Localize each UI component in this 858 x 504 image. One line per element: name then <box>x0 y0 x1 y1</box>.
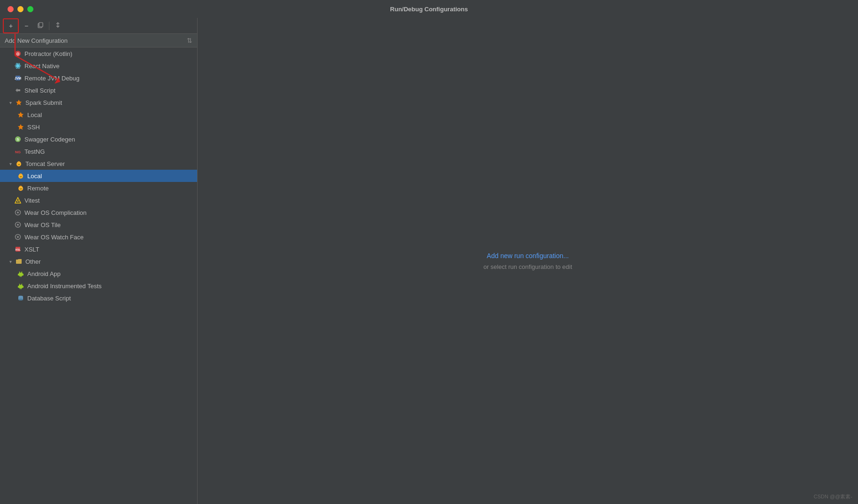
item-label-db-script: Database Script <box>27 295 71 302</box>
item-icon-vitest: V <box>14 197 22 204</box>
item-label-testng: TestNG <box>24 148 45 155</box>
item-icon-tomcat-remote: 🐱 <box>17 184 24 192</box>
close-button[interactable] <box>8 6 14 12</box>
item-label-protractor: Protractor (Kotlin) <box>24 50 72 57</box>
section-sort-icon: ⇅ <box>187 37 192 44</box>
tree-area[interactable]: ⚙Protractor (Kotlin)React NativeJVMRemot… <box>0 47 197 504</box>
section-header-label: Add New Configuration <box>5 37 68 44</box>
maximize-button[interactable] <box>27 6 33 12</box>
toolbar: + − <box>0 18 197 34</box>
expand-icon-spark-submit: ▾ <box>7 99 14 106</box>
item-icon-spark-ssh <box>17 123 24 131</box>
svg-text:XSL: XSL <box>15 248 21 251</box>
add-run-config-hint[interactable]: Add new run configuration... <box>487 252 569 260</box>
item-icon-other <box>15 258 23 265</box>
tree-item-android-app[interactable]: Android App <box>0 268 197 280</box>
item-label-shell-script: Shell Script <box>24 87 56 94</box>
tree-item-tomcat-local[interactable]: 🐱Local <box>0 170 197 182</box>
svg-rect-1 <box>39 23 43 27</box>
svg-text:S: S <box>16 137 19 142</box>
item-label-tomcat: Tomcat Server <box>25 160 65 167</box>
title-bar: Run/Debug Configurations <box>0 0 858 18</box>
copy-button[interactable] <box>34 20 47 32</box>
svg-rect-47 <box>19 285 23 288</box>
tree-item-remote-jvm[interactable]: JVMRemote JVM Debug <box>0 72 197 84</box>
tree-item-xslt[interactable]: XSLXSLT <box>0 243 197 255</box>
sort-button[interactable] <box>51 20 64 32</box>
select-config-hint: or select run configuration to edit <box>484 263 572 270</box>
item-label-spark-local: Local <box>27 111 42 118</box>
tree-item-tomcat[interactable]: ▾🐱Tomcat Server <box>0 158 197 170</box>
item-label-tomcat-local: Local <box>27 173 42 180</box>
item-label-tomcat-remote: Remote <box>27 185 49 192</box>
tree-item-tomcat-remote[interactable]: 🐱Remote <box>0 182 197 194</box>
item-label-react-native: React Native <box>24 63 59 70</box>
main-container: + − <box>0 18 858 504</box>
svg-rect-52 <box>18 286 19 288</box>
item-label-other: Other <box>25 258 41 265</box>
svg-point-33 <box>17 224 19 226</box>
add-configuration-button[interactable]: + <box>4 20 17 32</box>
svg-point-5 <box>17 65 19 67</box>
item-label-spark-submit: Spark Submit <box>25 99 62 106</box>
tree-item-protractor[interactable]: ⚙Protractor (Kotlin) <box>0 47 197 60</box>
tree-item-swagger[interactable]: SSwagger Codegen <box>0 133 197 145</box>
item-label-android-app: Android App <box>27 270 61 277</box>
tree-item-wear-tile[interactable]: Wear OS Tile <box>0 219 197 231</box>
item-icon-tomcat: 🐱 <box>15 160 23 167</box>
svg-point-58 <box>18 299 23 300</box>
svg-marker-11 <box>16 88 20 92</box>
remove-button[interactable]: − <box>20 20 33 32</box>
svg-text:NG: NG <box>15 150 21 154</box>
tree-item-other[interactable]: ▾Other <box>0 255 197 268</box>
minus-icon: − <box>24 22 28 30</box>
item-label-android-tests: Android Instrumented Tests <box>27 283 102 290</box>
plus-icon: + <box>9 22 13 30</box>
svg-marker-12 <box>16 100 22 105</box>
tree-item-wear-complication[interactable]: Wear OS Complication <box>0 206 197 219</box>
svg-rect-46 <box>21 276 22 277</box>
tree-item-spark-ssh[interactable]: SSH <box>0 121 197 133</box>
tree-item-db-script[interactable]: Database Script <box>0 292 197 304</box>
expand-icon-tomcat: ▾ <box>7 160 14 167</box>
svg-rect-53 <box>23 286 24 288</box>
tree-item-vitest[interactable]: VVitest <box>0 194 197 206</box>
item-label-vitest: Vitest <box>24 197 40 204</box>
tree-item-shell-script[interactable]: Shell Script <box>0 84 197 96</box>
svg-rect-54 <box>20 288 21 289</box>
svg-rect-44 <box>23 274 24 276</box>
item-label-remote-jvm: Remote JVM Debug <box>24 75 79 82</box>
item-label-swagger: Swagger Codegen <box>24 136 75 143</box>
window-title: Run/Debug Configurations <box>390 6 468 13</box>
tree-item-spark-local[interactable]: Local <box>0 109 197 121</box>
tree-item-testng[interactable]: NGTestNG <box>0 145 197 158</box>
item-icon-remote-jvm: JVM <box>14 74 22 82</box>
svg-rect-55 <box>21 288 22 289</box>
item-icon-swagger: S <box>14 135 22 143</box>
item-label-wear-complication: Wear OS Complication <box>24 209 87 216</box>
item-icon-spark-submit <box>15 99 23 106</box>
svg-text:🐱: 🐱 <box>19 174 23 178</box>
tree-item-android-tests[interactable]: Android Instrumented Tests <box>0 280 197 292</box>
tree-item-wear-watchface[interactable]: Wear OS Watch Face <box>0 231 197 243</box>
item-icon-db-script <box>17 294 24 302</box>
expand-icon-other: ▾ <box>7 258 14 265</box>
svg-marker-14 <box>18 124 24 130</box>
item-icon-wear-tile <box>14 221 22 228</box>
sort-icon <box>55 22 61 30</box>
item-label-spark-ssh: SSH <box>27 124 40 131</box>
tree-item-react-native[interactable]: React Native <box>0 60 197 72</box>
item-icon-react-native <box>14 62 22 70</box>
tree-item-spark-submit[interactable]: ▾Spark Submit <box>0 96 197 109</box>
svg-text:JVM: JVM <box>15 77 21 80</box>
item-icon-android-app <box>17 270 24 277</box>
section-header: Add New Configuration ⇅ <box>0 34 197 47</box>
svg-text:V: V <box>16 199 19 203</box>
svg-point-31 <box>17 212 19 213</box>
minimize-button[interactable] <box>17 6 24 12</box>
left-panel: + − <box>0 18 198 504</box>
svg-text:🐱: 🐱 <box>17 162 21 166</box>
add-button-wrapper: + <box>3 18 19 33</box>
item-icon-xslt: XSL <box>14 245 22 253</box>
item-icon-shell-script <box>14 87 22 94</box>
